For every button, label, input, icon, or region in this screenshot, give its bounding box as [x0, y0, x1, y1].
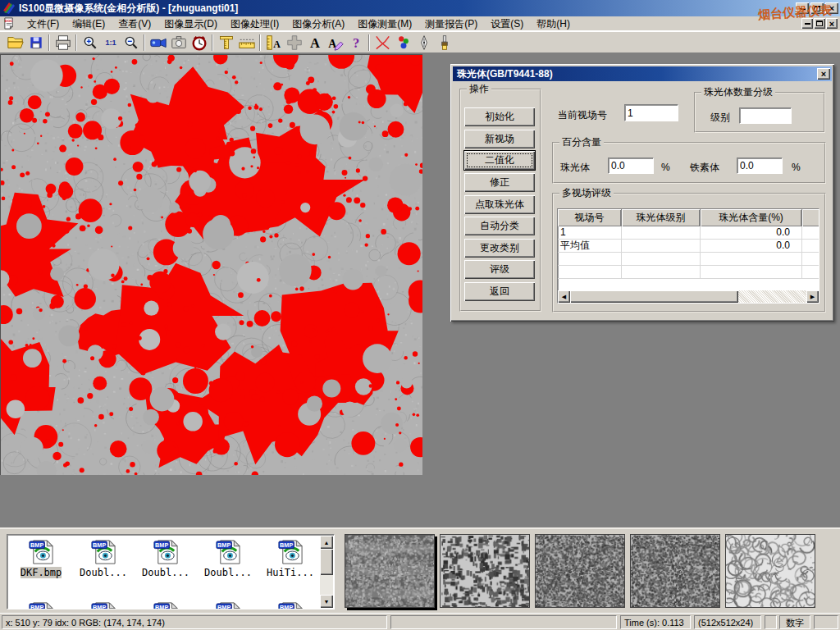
menu-file[interactable]: 文件(F) [21, 16, 66, 31]
file-list-scrollbar[interactable]: ▲ ▼ [320, 536, 333, 608]
pick-pearlite-button[interactable]: 点取珠光体 [464, 195, 535, 214]
auto-classify-button[interactable]: 自动分类 [464, 217, 535, 235]
child-restore-button[interactable] [814, 18, 825, 29]
file-name[interactable]: Doubl... [80, 567, 127, 578]
table-row[interactable]: 平均值 0.0 [558, 240, 819, 253]
menu-image-process[interactable]: 图像处理(I) [224, 16, 285, 31]
file-name[interactable]: DKF.bmp [21, 567, 62, 578]
scroll-down-button[interactable]: ▼ [320, 595, 333, 608]
file-name[interactable]: HuiTi... [267, 567, 314, 578]
menu-image-display[interactable]: 图像显示(D) [158, 16, 224, 31]
grade-input[interactable] [739, 107, 792, 124]
thumbnail[interactable] [535, 534, 625, 608]
timer-button[interactable] [189, 33, 209, 52]
table-horizontal-scrollbar[interactable]: ◀ ▶ [558, 290, 819, 303]
scroll-left-button[interactable]: ◀ [558, 290, 570, 303]
live-video-button[interactable] [148, 33, 168, 52]
save-button[interactable] [25, 33, 46, 52]
menu-edit[interactable]: 编辑(E) [66, 16, 112, 31]
table-row[interactable] [558, 253, 819, 266]
move-grid-button[interactable] [284, 33, 304, 52]
classify-dots-button[interactable] [393, 33, 413, 52]
thumbnail-selected[interactable] [345, 534, 435, 608]
ruler-button[interactable] [236, 33, 257, 52]
menu-settings[interactable]: 设置(S) [484, 16, 530, 31]
actual-size-button[interactable]: 1:1 [100, 33, 121, 52]
menu-view[interactable]: 查看(V) [112, 16, 158, 31]
scroll-up-button[interactable]: ▲ [320, 536, 333, 549]
metallograph-binarized-image[interactable] [0, 54, 422, 475]
grade-label: 级别 [710, 112, 730, 123]
file-item[interactable] [73, 600, 134, 609]
edit-text-button[interactable]: A [325, 33, 345, 52]
file-item[interactable]: Doubl... [198, 538, 258, 578]
file-item-selected[interactable]: DKF.bmp [11, 538, 71, 578]
col-header-pearlite[interactable]: 珠光体含量(%) [701, 209, 802, 226]
table-row[interactable] [558, 266, 819, 279]
dialog-title-bar[interactable]: 珠光体(GB/T9441-88) × [453, 66, 832, 81]
text-button[interactable]: A [304, 33, 325, 52]
cell [622, 226, 701, 239]
zoom-in-button[interactable] [80, 33, 100, 52]
restore-button[interactable] [810, 2, 824, 14]
close-button[interactable]: × [825, 2, 838, 14]
table-row[interactable]: 1 0.0 [558, 226, 819, 240]
return-button[interactable]: 返回 [464, 282, 535, 301]
file-item[interactable] [198, 600, 258, 609]
pearlite-percent-input[interactable] [608, 158, 654, 174]
child-close-button[interactable]: × [826, 18, 838, 29]
init-button[interactable]: 初始化 [464, 107, 535, 126]
col-header-grade[interactable]: 珠光体级别 [622, 209, 701, 226]
caliper-button[interactable] [216, 33, 236, 52]
thumbnail[interactable] [630, 534, 720, 608]
col-header-field[interactable]: 视场号 [558, 209, 622, 226]
help-button[interactable]: ? [345, 33, 366, 52]
close-icon: × [821, 70, 826, 78]
rate-button[interactable]: 评级 [464, 260, 535, 279]
menu-image-measure[interactable]: 图像测量(M) [351, 16, 418, 31]
menu-image-analysis[interactable]: 图像分析(A) [285, 16, 351, 31]
pearlite-label: 珠光体 [560, 162, 590, 173]
measure-label-button[interactable]: A [263, 33, 284, 52]
ferrite-percent-input[interactable] [737, 158, 783, 174]
grade-group-label: 珠光体数量分级 [701, 86, 775, 98]
binarize-button[interactable]: 二值化 [464, 151, 535, 170]
status-empty-panel [814, 615, 838, 629]
file-name[interactable]: Doubl... [204, 567, 252, 578]
file-item[interactable]: HuiTi... [260, 538, 321, 578]
menu-help[interactable]: 帮助(H) [530, 16, 577, 31]
correct-button[interactable]: 修正 [464, 173, 535, 192]
snapshot-button[interactable] [168, 33, 189, 52]
curve-tool-button[interactable] [372, 33, 393, 52]
toolbar: 1:1 A A A ? [0, 31, 840, 53]
thumbnail[interactable] [725, 534, 815, 608]
dialog-close-button[interactable]: × [817, 68, 830, 80]
pen-button[interactable] [413, 33, 434, 52]
scrollbar-thumb[interactable] [320, 549, 333, 575]
rating-table[interactable]: 视场号 珠光体级别 珠光体含量(%) 铁素体 1 0.0 平均值 0.0 [557, 208, 819, 304]
file-list[interactable]: DKF.bmp Doubl... Doubl... Doubl... HuiTi… [7, 534, 335, 609]
file-item[interactable]: Doubl... [73, 538, 134, 578]
child-minimize-button[interactable] [801, 18, 813, 29]
minimize-button[interactable] [796, 2, 809, 14]
thumbnail[interactable] [440, 534, 530, 608]
file-item[interactable] [11, 600, 71, 609]
file-item[interactable] [260, 600, 321, 609]
file-item[interactable] [135, 600, 196, 609]
change-class-button[interactable]: 更改类别 [464, 239, 535, 258]
scroll-right-button[interactable]: ▶ [806, 290, 819, 303]
menu-measure-report[interactable]: 测量报告(P) [418, 16, 484, 31]
brush-button[interactable] [434, 33, 454, 52]
print-button[interactable] [52, 33, 73, 52]
scrollbar-thumb[interactable] [570, 290, 738, 303]
open-button[interactable] [5, 33, 25, 52]
zoom-out-button[interactable] [121, 33, 141, 52]
file-item[interactable]: Doubl... [135, 538, 196, 578]
status-empty-panel [765, 615, 777, 629]
col-header-ferrite[interactable]: 铁素体 [802, 209, 819, 226]
file-name[interactable]: Doubl... [142, 567, 189, 578]
new-field-button[interactable]: 新视场 [464, 130, 535, 148]
zoom-out-icon [123, 34, 139, 51]
current-field-input[interactable] [624, 104, 678, 121]
scrollbar-track[interactable] [738, 290, 806, 303]
